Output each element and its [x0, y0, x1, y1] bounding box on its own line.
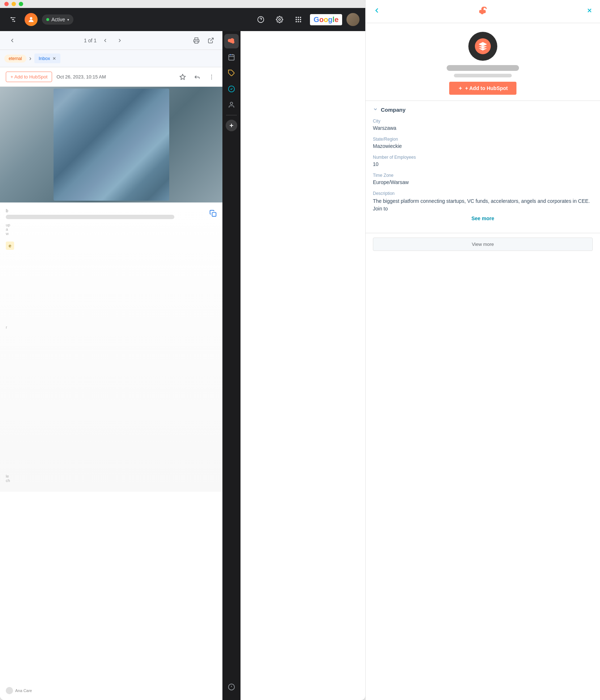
add-icon[interactable]	[226, 120, 237, 131]
company-section-chevron[interactable]	[373, 107, 378, 113]
svg-point-4	[12, 19, 13, 20]
svg-rect-10	[296, 17, 297, 18]
svg-rect-12	[300, 17, 301, 18]
check-circle-icon[interactable]	[224, 82, 239, 96]
settings-icon[interactable]	[272, 12, 287, 27]
description-value: The biggest platform connecting startups…	[373, 197, 593, 213]
reply-button[interactable]	[192, 72, 202, 82]
person-icon[interactable]	[224, 98, 239, 112]
svg-rect-25	[212, 213, 216, 217]
timezone-field: Time Zone Europe/Warsaw	[373, 173, 593, 185]
text-line-1	[6, 215, 174, 219]
svg-rect-30	[230, 55, 231, 56]
gmail-main-area: 1 of 1	[0, 31, 222, 700]
inbox-tab-label: Inbox	[39, 56, 50, 61]
titlebar	[0, 0, 365, 8]
prev-email-btn[interactable]	[99, 35, 111, 46]
close-window-btn[interactable]	[4, 2, 9, 6]
svg-rect-14	[298, 19, 299, 20]
eternal-tab-label: eternal	[9, 56, 22, 61]
svg-point-5	[14, 21, 15, 22]
copy-icon[interactable]	[209, 210, 217, 219]
company-name-placeholder	[447, 65, 519, 71]
see-more-button[interactable]: See more	[373, 215, 593, 221]
active-status-label: Active	[51, 17, 65, 22]
company-section-title: Company	[381, 107, 405, 113]
print-icon[interactable]	[191, 35, 202, 46]
text-snippet-le: le	[6, 474, 217, 478]
company-logo-inner	[475, 38, 491, 54]
help-icon[interactable]	[254, 12, 268, 27]
svg-rect-26	[229, 55, 234, 60]
back-to-inbox-btn[interactable]	[6, 34, 19, 47]
hubspot-logo-icon[interactable]	[224, 34, 239, 48]
filter-icon[interactable]	[6, 12, 20, 27]
inbox-tab-close[interactable]: ✕	[52, 56, 56, 61]
email-footer: Ana Care	[6, 687, 32, 694]
email-image	[0, 87, 222, 202]
employees-label: Number of Employees	[373, 155, 593, 160]
hubspot-back-button[interactable]	[373, 7, 381, 16]
svg-rect-18	[300, 21, 301, 22]
svg-point-6	[30, 17, 33, 20]
timezone-value: Europe/Warsaw	[373, 179, 593, 185]
inbox-tab[interactable]: Inbox ✕	[34, 54, 60, 63]
svg-marker-21	[180, 74, 186, 79]
city-label: City	[373, 119, 593, 124]
svg-rect-16	[296, 21, 297, 22]
add-to-hubspot-button[interactable]: + Add to HubSpot	[6, 72, 52, 82]
active-status-button[interactable]: Active ▾	[42, 14, 73, 25]
tab-separator-icon: ›	[29, 55, 31, 62]
employees-value: 10	[373, 161, 593, 167]
description-label: Description	[373, 191, 593, 196]
user-profile-avatar[interactable]	[346, 13, 359, 26]
email-tabs: eternal › Inbox ✕	[0, 50, 222, 67]
text-snippet-w: w	[6, 231, 217, 236]
yellow-highlight-e: e	[6, 242, 14, 250]
google-logo: Google	[310, 14, 342, 25]
text-snippet-ch: ch	[6, 478, 217, 483]
pagination-text: 1 of 1	[84, 38, 97, 43]
city-field: City Warszawa	[373, 119, 593, 131]
minimize-window-btn[interactable]	[12, 2, 16, 6]
hubspot-panel: + Add to HubSpot Company City Warszawa S…	[365, 0, 600, 700]
company-subtitle-placeholder	[454, 74, 512, 77]
text-snippet-up: up	[6, 223, 217, 227]
company-section: Company City Warszawa State/Region Mazow…	[366, 101, 600, 233]
svg-point-9	[279, 19, 281, 21]
hubspot-logo	[477, 5, 490, 18]
state-value: Mazowieckie	[373, 143, 593, 149]
apps-grid-icon[interactable]	[291, 12, 306, 27]
add-to-hubspot-main-button[interactable]: + Add to HubSpot	[449, 82, 516, 95]
text-snippet-a: a	[6, 227, 217, 231]
add-to-hubspot-main-label: + Add to HubSpot	[465, 85, 508, 91]
email-date: Oct 26, 2023, 10:15 AM	[56, 74, 173, 80]
calendar-icon[interactable]	[224, 50, 239, 64]
next-email-btn[interactable]	[114, 35, 125, 46]
maximize-window-btn[interactable]	[19, 2, 23, 6]
add-to-hubspot-label: + Add to HubSpot	[10, 74, 47, 80]
eternal-tab[interactable]: eternal	[4, 55, 26, 63]
user-avatar-small[interactable]	[25, 13, 38, 26]
company-header: + Add to HubSpot	[366, 23, 600, 101]
tag-icon[interactable]	[224, 66, 239, 80]
hubspot-sidebar	[222, 31, 241, 700]
hubspot-panel-header	[366, 0, 600, 23]
hubspot-close-button[interactable]	[586, 7, 593, 16]
email-text-content: b up a w e r le ch Ana Ca	[0, 202, 222, 492]
pagination: 1 of 1	[84, 35, 125, 46]
svg-rect-13	[296, 19, 297, 20]
sidebar-divider	[226, 115, 237, 115]
active-indicator	[46, 18, 49, 21]
view-more-button[interactable]: View more	[373, 238, 593, 251]
email-header: + Add to HubSpot Oct 26, 2023, 10:15 AM	[0, 67, 222, 87]
description-field: Description The biggest platform connect…	[373, 191, 593, 221]
star-button[interactable]	[178, 72, 188, 82]
more-options-button[interactable]	[207, 72, 217, 82]
email-toolbar: 1 of 1	[0, 31, 222, 50]
info-icon[interactable]	[224, 680, 239, 694]
timezone-label: Time Zone	[373, 173, 593, 178]
city-value: Warszawa	[373, 125, 593, 131]
email-image-content	[54, 89, 169, 201]
open-external-icon[interactable]	[205, 35, 217, 46]
